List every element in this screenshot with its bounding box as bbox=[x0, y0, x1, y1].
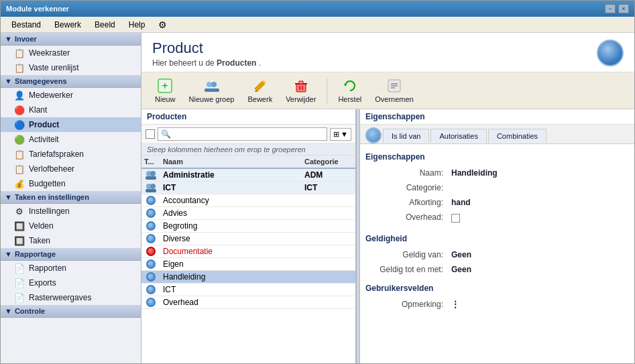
overnemen-icon bbox=[386, 78, 402, 94]
svg-rect-7 bbox=[296, 84, 306, 92]
nieuw-button[interactable]: + Nieuw bbox=[150, 76, 181, 105]
menu-bar: Bestand Bewerk Beeld Help ⚙ bbox=[1, 17, 634, 33]
row-name: Advies bbox=[160, 208, 302, 218]
properties-panel-title: Eigenschappen bbox=[360, 109, 634, 125]
sidebar-section-taken[interactable]: ▼ Taken en instellingen bbox=[1, 191, 141, 204]
eigenschappen-grid: Naam: Handleiding Categorie: Afkorting: … bbox=[365, 167, 629, 226]
sidebar-item-rapporten-label: Rapporten bbox=[29, 263, 66, 273]
menu-help[interactable]: Help bbox=[123, 19, 151, 31]
close-button[interactable]: × bbox=[618, 4, 629, 13]
tab-circle[interactable] bbox=[365, 127, 382, 143]
sidebar-section-rapportage[interactable]: ▼ Rapportage bbox=[1, 248, 141, 261]
tabs-bar: Is lid van Autorisaties Combinaties bbox=[360, 125, 634, 144]
nieuw-icon: + bbox=[157, 78, 173, 94]
sidebar-item-exports-label: Exports bbox=[29, 278, 56, 288]
sidebar-item-vaste-urenlijst-label: Vaste urenlijst bbox=[29, 63, 78, 72]
sidebar-item-product[interactable]: 🔵 Product bbox=[1, 117, 141, 132]
subtitle-text: Hier beheert u de bbox=[152, 58, 217, 68]
section-invoer-label: Invoer bbox=[15, 35, 37, 43]
overnemen-button[interactable]: Overnemen bbox=[369, 76, 418, 105]
rapporten-icon: 📄 bbox=[14, 263, 25, 274]
table-row[interactable]: Handleiding bbox=[141, 271, 355, 284]
section-controle-label: Controle bbox=[15, 307, 45, 315]
tab-combinaties[interactable]: Combinaties bbox=[488, 129, 546, 143]
verlofbeheer-icon: 📋 bbox=[14, 164, 25, 174]
nieuwe-groep-button[interactable]: + Nieuwe groep bbox=[184, 76, 240, 105]
toolbar-separator bbox=[327, 78, 327, 105]
bewerk-button[interactable]: Bewerk bbox=[242, 76, 278, 105]
section-rapportage-label: Rapportage bbox=[15, 250, 56, 258]
products-panel: Producten 🔍 ⊞ ▼ bbox=[141, 109, 356, 363]
verwijder-button[interactable]: Verwijder bbox=[280, 76, 321, 105]
row-name: Accountancy bbox=[160, 196, 302, 205]
weekraster-icon: 📋 bbox=[14, 48, 25, 58]
row-type-icon bbox=[141, 234, 160, 243]
sidebar-item-taken[interactable]: 🔲 Taken bbox=[1, 233, 141, 248]
row-type-icon bbox=[141, 259, 160, 269]
settings-icon[interactable]: ⚙ bbox=[158, 19, 167, 30]
svg-point-16 bbox=[150, 171, 156, 176]
naam-value: Handleiding bbox=[449, 167, 629, 179]
overhead-value bbox=[449, 211, 629, 226]
menu-bestand[interactable]: Bestand bbox=[6, 19, 46, 31]
group-drag-text: Sleep kolommen hierheen om erop te groep… bbox=[147, 145, 306, 154]
row-category: ADM bbox=[302, 170, 355, 180]
minimize-button[interactable]: − bbox=[605, 4, 616, 13]
properties-title-text: Eigenschappen bbox=[365, 112, 425, 121]
select-all-checkbox[interactable] bbox=[146, 129, 155, 139]
subtitle-bold: Producten bbox=[217, 58, 256, 68]
sidebar-item-tariefafspraken[interactable]: 📋 Tariefafspraken bbox=[1, 147, 141, 162]
menu-beeld[interactable]: Beeld bbox=[89, 19, 121, 31]
sidebar-item-velden-label: Velden bbox=[29, 221, 54, 231]
table-row[interactable]: Overhead bbox=[141, 296, 355, 309]
page-subtitle: Hier beheert u de Producten . bbox=[152, 58, 624, 68]
sidebar-item-instellingen[interactable]: ⚙ Instellingen bbox=[1, 204, 141, 219]
geldigheid-grid: Geldig van: Geen Geldig tot en met: Geen bbox=[365, 249, 629, 276]
table-row[interactable]: Administratie ADM bbox=[141, 169, 355, 182]
bewerk-label: Bewerk bbox=[247, 95, 272, 103]
sidebar-item-medewerker[interactable]: 👤 Medewerker bbox=[1, 88, 141, 103]
menu-bewerk[interactable]: Bewerk bbox=[49, 19, 86, 31]
sidebar-section-stamgegevens[interactable]: ▼ Stamgegevens bbox=[1, 75, 141, 88]
sidebar-item-weekraster[interactable]: 📋 Weekraster bbox=[1, 46, 141, 60]
gebruikersvelden-section-title: Gebruikersvelden bbox=[365, 284, 629, 293]
sidebar-item-taken-label: Taken bbox=[29, 236, 50, 245]
sidebar-section-invoer[interactable]: ▼ Invoer bbox=[1, 33, 141, 46]
sidebar-item-vaste-urenlijst[interactable]: 📋 Vaste urenlijst bbox=[1, 60, 141, 75]
table-row[interactable]: Advies bbox=[141, 207, 355, 220]
vaste-urenlijst-icon: 📋 bbox=[14, 62, 25, 73]
table-row[interactable]: Begroting bbox=[141, 220, 355, 233]
table-row[interactable]: ICT ICT bbox=[141, 182, 355, 194]
sidebar-item-velden[interactable]: 🔲 Velden bbox=[1, 219, 141, 233]
table-row[interactable]: ICT bbox=[141, 284, 355, 296]
sidebar-item-budgetten-label: Budgetten bbox=[29, 179, 66, 188]
search-input[interactable] bbox=[174, 130, 324, 138]
sidebar-item-verlofbeheer[interactable]: 📋 Verlofbeheer bbox=[1, 162, 141, 176]
table-row[interactable]: Accountancy bbox=[141, 194, 355, 207]
tab-autorisaties[interactable]: Autorisaties bbox=[430, 129, 486, 143]
herstel-button[interactable]: Herstel bbox=[333, 76, 367, 105]
sidebar-item-klant[interactable]: 🔴 Klant bbox=[1, 103, 141, 117]
collapse-icon-controle: ▼ bbox=[5, 307, 12, 315]
sidebar-section-controle[interactable]: ▼ Controle bbox=[1, 305, 141, 318]
section-taken-label: Taken en instellingen bbox=[15, 193, 89, 201]
group-button[interactable]: ⊞ ▼ bbox=[330, 128, 351, 141]
table-row[interactable]: Documentatie bbox=[141, 245, 355, 258]
sidebar-item-rasterweergaves[interactable]: 📄 Rasterweergaves bbox=[1, 290, 141, 305]
overhead-checkbox[interactable] bbox=[451, 214, 460, 223]
bewerk-icon bbox=[252, 78, 268, 94]
col-header-type: T... bbox=[141, 158, 160, 166]
sidebar-item-rapporten[interactable]: 📄 Rapporten bbox=[1, 261, 141, 276]
afkorting-label: Afkorting: bbox=[365, 196, 446, 208]
main-panel: Product Hier beheert u de Producten . + … bbox=[141, 33, 634, 363]
sidebar-item-product-label: Product bbox=[29, 120, 59, 129]
table-row[interactable]: Eigen bbox=[141, 258, 355, 271]
tab-is-lid-van[interactable]: Is lid van bbox=[383, 129, 429, 143]
verwijder-icon bbox=[293, 78, 309, 94]
tariefafspraken-icon: 📋 bbox=[14, 149, 25, 160]
geldig-tot-value: Geen bbox=[449, 263, 629, 276]
sidebar-item-activiteit[interactable]: 🟢 Activiteit bbox=[1, 132, 141, 147]
sidebar-item-budgetten[interactable]: 💰 Budgetten bbox=[1, 176, 141, 191]
table-row[interactable]: Diverse bbox=[141, 233, 355, 245]
sidebar-item-exports[interactable]: 📄 Exports bbox=[1, 276, 141, 290]
